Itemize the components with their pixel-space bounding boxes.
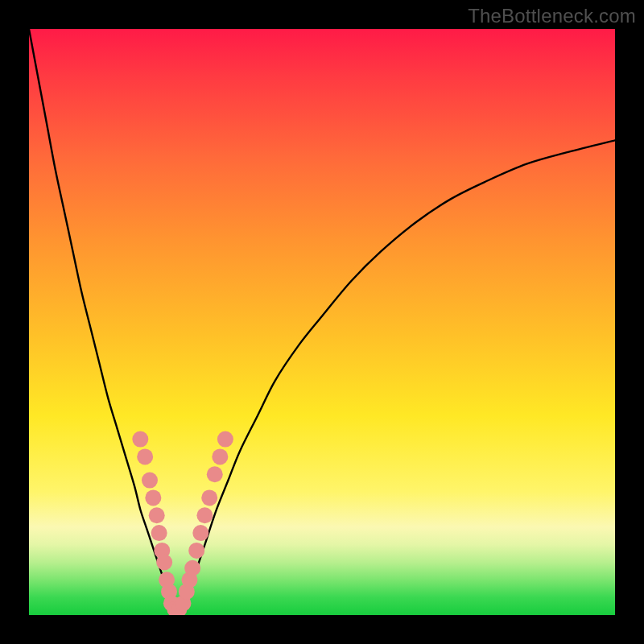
marker-dot xyxy=(137,448,153,464)
marker-dot xyxy=(156,554,172,570)
marker-dot xyxy=(184,560,200,576)
watermark-text: TheBottleneck.com xyxy=(468,5,636,27)
marker-dot xyxy=(142,473,158,489)
marker-dot xyxy=(196,507,213,523)
marker-dot xyxy=(188,543,204,559)
marker-dot xyxy=(217,431,233,448)
plot-area xyxy=(29,29,615,615)
series-right-curve xyxy=(181,140,615,615)
chart-frame: TheBottleneck.com xyxy=(0,0,644,644)
series-left-curve xyxy=(29,29,172,615)
curves-svg xyxy=(29,29,615,615)
marker-dot xyxy=(212,448,228,464)
marker-dot xyxy=(132,431,148,448)
marker-dot xyxy=(151,525,167,541)
marker-dot xyxy=(149,507,165,523)
marker-dot xyxy=(145,489,161,506)
marker-dot xyxy=(207,466,223,482)
marker-dot xyxy=(201,489,217,506)
marker-dot xyxy=(192,525,208,541)
